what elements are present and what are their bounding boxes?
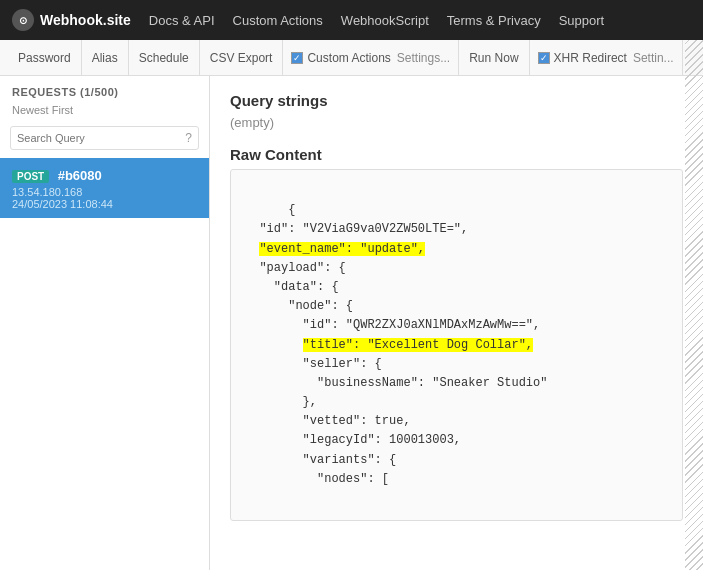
logo[interactable]: ⊙ Webhook.site — [12, 9, 131, 31]
code-line-7 — [245, 338, 303, 352]
sidebar: REQUESTS (1/500) Newest First ? POST #b6… — [0, 76, 210, 570]
code-line-2 — [245, 242, 259, 256]
tab-alias[interactable]: Alias — [82, 40, 129, 75]
main-area: REQUESTS (1/500) Newest First ? POST #b6… — [0, 76, 703, 570]
request-time: 24/05/2023 11:08:44 — [12, 198, 197, 210]
tab-password[interactable]: Password — [8, 40, 82, 75]
code-line-11: "vetted": true, — [245, 414, 411, 428]
custom-actions-checkbox[interactable] — [291, 52, 303, 64]
code-line-0: { — [288, 203, 295, 217]
tab-schedule[interactable]: Schedule — [129, 40, 200, 75]
tab-xhr-redirect[interactable]: XHR Redirect Settin... — [530, 40, 683, 75]
nav-support[interactable]: Support — [559, 13, 605, 28]
run-now-button[interactable]: Run Now — [459, 40, 529, 75]
code-line-8: "seller": { — [245, 357, 382, 371]
raw-content-title: Raw Content — [230, 146, 683, 163]
nav-custom-actions[interactable]: Custom Actions — [233, 13, 323, 28]
nav-docs[interactable]: Docs & API — [149, 13, 215, 28]
code-line-3: "payload": { — [245, 261, 346, 275]
code-line-9: "businessName": "Sneaker Studio" — [245, 376, 547, 390]
sub-nav: Password Alias Schedule CSV Export Custo… — [0, 40, 703, 76]
logo-text: Webhook.site — [40, 12, 131, 28]
code-line-10: }, — [245, 395, 317, 409]
requests-header: REQUESTS (1/500) — [0, 76, 209, 102]
code-line-1: "id": "V2ViaG9va0V2ZW50LTE=", — [245, 222, 468, 236]
request-method: POST — [12, 170, 49, 183]
code-line-12: "legacyId": 100013003, — [245, 433, 461, 447]
code-line-2-highlight: "event_name": "update", — [259, 242, 425, 256]
search-help-icon[interactable]: ? — [185, 131, 192, 145]
xhr-settings[interactable]: Settin... — [633, 51, 674, 65]
search-input[interactable] — [17, 132, 185, 144]
top-nav: ⊙ Webhook.site Docs & API Custom Actions… — [0, 0, 703, 40]
code-line-13: "variants": { — [245, 453, 396, 467]
request-item[interactable]: POST #b6080 13.54.180.168 24/05/2023 11:… — [0, 158, 209, 218]
raw-content-box: { "id": "V2ViaG9va0V2ZW50LTE=", "event_n… — [230, 169, 683, 521]
nav-webhookscript[interactable]: WebhookScript — [341, 13, 429, 28]
query-strings-value: (empty) — [230, 115, 683, 130]
search-bar: ? — [10, 126, 199, 150]
request-ip: 13.54.180.168 — [12, 186, 197, 198]
xhr-label: XHR Redirect — [554, 51, 627, 65]
logo-icon: ⊙ — [12, 9, 34, 31]
code-line-5: "node": { — [245, 299, 353, 313]
code-line-14: "nodes": [ — [245, 472, 389, 486]
xhr-checkbox[interactable] — [538, 52, 550, 64]
code-line-6: "id": "QWR2ZXJ0aXNlMDAxMzAwMw==", — [245, 318, 540, 332]
query-strings-title: Query strings — [230, 92, 683, 109]
code-line-4: "data": { — [245, 280, 339, 294]
request-id: #b6080 — [58, 168, 102, 183]
custom-actions-settings[interactable]: Settings... — [397, 51, 450, 65]
content-panel: Query strings (empty) Raw Content { "id"… — [210, 76, 703, 570]
tab-csv-export[interactable]: CSV Export — [200, 40, 284, 75]
custom-actions-label: Custom Actions — [307, 51, 390, 65]
code-line-7-highlight: "title": "Excellent Dog Collar", — [303, 338, 533, 352]
nav-terms[interactable]: Terms & Privacy — [447, 13, 541, 28]
tab-custom-actions[interactable]: Custom Actions Settings... — [283, 40, 459, 75]
sort-label[interactable]: Newest First — [0, 102, 209, 122]
